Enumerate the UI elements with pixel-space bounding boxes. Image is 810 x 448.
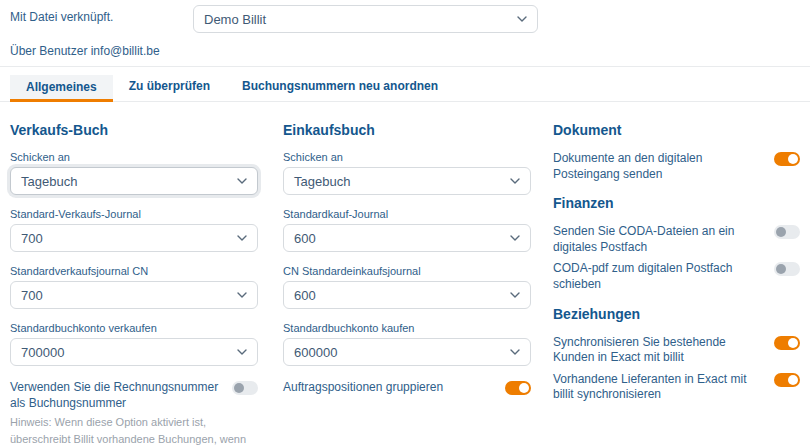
document-title: Dokument (553, 122, 800, 138)
sales-book-title: Verkaufs-Buch (10, 122, 258, 138)
sync-customers-toggle[interactable] (774, 336, 800, 350)
toggle-knob (776, 264, 786, 274)
toggle-knob (788, 338, 798, 348)
field-label: Standard-Verkaufs-Journal (10, 208, 258, 220)
invoice-number-toggle[interactable] (232, 381, 258, 395)
toggle-label: CODA-pdf zum digitalen Postfach schieben (553, 261, 759, 292)
sales-default-journal-select[interactable]: 700 (10, 224, 258, 252)
relations-section: Beziehungen Synchronisieren Sie bestehen… (553, 306, 800, 403)
chevron-down-icon (510, 178, 520, 184)
tab-zu-ueberpruefen[interactable]: Zu überprüfen (113, 74, 226, 101)
field-label: Standardbuchkonto verkaufen (10, 322, 258, 334)
field-sales-default-account: Standardbuchkonto verkaufen 700000 (10, 322, 258, 366)
select-value: Tagebuch (21, 174, 77, 189)
coda-pdf-toggle-row: CODA-pdf zum digitalen Postfach schieben (553, 261, 800, 292)
purchase-book-section: Einkaufsbuch Schicken an Tagebuch Standa… (283, 116, 531, 448)
chevron-down-icon (510, 349, 520, 355)
field-sales-default-journal: Standard-Verkaufs-Journal 700 (10, 208, 258, 252)
select-value: 600000 (294, 345, 337, 360)
toggle-label: Synchronisieren Sie bestehende Kunden in… (553, 335, 759, 366)
field-label: Standardkauf-Journal (283, 208, 531, 220)
field-label: CN Standardeinkaufsjournal (283, 265, 531, 277)
user-info-text: Über Benutzer info@billit.be (10, 44, 160, 58)
tab-allgemeines[interactable]: Allgemeines (10, 75, 113, 102)
toggle-knob (788, 375, 798, 385)
chevron-down-icon (510, 235, 520, 241)
sync-customers-toggle-row: Synchronisieren Sie bestehende Kunden in… (553, 335, 800, 366)
purchase-cn-journal-select[interactable]: 600 (283, 281, 531, 309)
field-purchase-default-account: Standardbuchkonto kaufen 600000 (283, 322, 531, 366)
coda-files-toggle-row: Senden Sie CODA-Dateien an ein digitales… (553, 224, 800, 255)
tab-buchungsnummern-neu-anordnen[interactable]: Buchungsnummern neu anordnen (226, 74, 454, 101)
field-sales-cn-journal: Standardverkaufsjournal CN 700 (10, 265, 258, 309)
select-value: 600 (294, 288, 316, 303)
chevron-down-icon (237, 235, 247, 241)
toggle-label: Dokumente an den digitalen Posteingang s… (553, 151, 759, 182)
field-sales-send-to: Schicken an Tagebuch (10, 151, 258, 195)
digital-inbox-toggle-row: Dokumente an den digitalen Posteingang s… (553, 151, 800, 182)
digital-inbox-toggle[interactable] (774, 152, 800, 166)
purchase-default-journal-select[interactable]: 600 (283, 224, 531, 252)
header: Mit Datei verknüpft. Demo Billit Über Be… (0, 0, 810, 66)
select-value: 700 (21, 231, 43, 246)
invoice-number-toggle-row: Verwenden Sie die Rechnungsnummer als Bu… (10, 380, 258, 411)
purchase-default-account-select[interactable]: 600000 (283, 338, 531, 366)
chevron-down-icon (510, 292, 520, 298)
field-purchase-send-to: Schicken an Tagebuch (283, 151, 531, 195)
sync-suppliers-toggle-row: Vorhandene Lieferanten in Exact mit bill… (553, 372, 800, 403)
toggle-label: Verwenden Sie die Rechnungsnummer als Bu… (10, 380, 220, 411)
field-purchase-default-journal: Standardkauf-Journal 600 (283, 208, 531, 252)
right-settings-column: Dokument Dokumente an den digitalen Post… (553, 116, 800, 448)
invoice-number-hint: Hinweis: Wenn diese Option aktiviert ist… (10, 414, 258, 448)
finance-title: Finanzen (553, 195, 800, 211)
purchase-group-lines-toggle[interactable] (505, 381, 531, 395)
purchase-send-to-select[interactable]: Tagebuch (283, 167, 531, 195)
coda-pdf-toggle[interactable] (774, 262, 800, 276)
toggle-label: Senden Sie CODA-Dateien an ein digitales… (553, 224, 759, 255)
select-value: 700000 (21, 345, 64, 360)
field-purchase-cn-journal: CN Standardeinkaufsjournal 600 (283, 265, 531, 309)
purchase-book-title: Einkaufsbuch (283, 122, 531, 138)
toggle-label: Vorhandene Lieferanten in Exact mit bill… (553, 372, 759, 403)
field-label: Schicken an (10, 151, 258, 163)
toggle-label: Auftragspositionen gruppieren (283, 380, 443, 396)
toggle-knob (234, 383, 244, 393)
sales-cn-journal-select[interactable]: 700 (10, 281, 258, 309)
toggle-knob (776, 227, 786, 237)
finance-section: Finanzen Senden Sie CODA-Dateien an ein … (553, 195, 800, 292)
settings-content: Verkaufs-Buch Schicken an Tagebuch Stand… (0, 102, 810, 448)
field-label: Standardbuchkonto kaufen (283, 322, 531, 334)
sync-suppliers-toggle[interactable] (774, 373, 800, 387)
tab-bar: Allgemeines Zu überprüfen Buchungsnummer… (0, 66, 810, 102)
file-select-value: Demo Billit (204, 12, 266, 27)
chevron-down-icon (237, 292, 247, 298)
file-select[interactable]: Demo Billit (193, 5, 538, 33)
field-label: Schicken an (283, 151, 531, 163)
relations-title: Beziehungen (553, 306, 800, 322)
select-value: Tagebuch (294, 174, 350, 189)
toggle-knob (788, 154, 798, 164)
chevron-down-icon (237, 349, 247, 355)
field-label: Standardverkaufsjournal CN (10, 265, 258, 277)
sales-book-section: Verkaufs-Buch Schicken an Tagebuch Stand… (10, 116, 258, 448)
select-value: 600 (294, 231, 316, 246)
chevron-down-icon (237, 178, 247, 184)
sales-default-account-select[interactable]: 700000 (10, 338, 258, 366)
toggle-knob (519, 383, 529, 393)
sales-send-to-select[interactable]: Tagebuch (10, 167, 258, 195)
purchase-group-lines-toggle-row: Auftragspositionen gruppieren (283, 380, 531, 396)
linked-file-label: Mit Datei verknüpft. (10, 10, 113, 24)
document-section: Dokument Dokumente an den digitalen Post… (553, 122, 800, 182)
coda-files-toggle[interactable] (774, 225, 800, 239)
select-value: 700 (21, 288, 43, 303)
chevron-down-icon (517, 16, 527, 22)
